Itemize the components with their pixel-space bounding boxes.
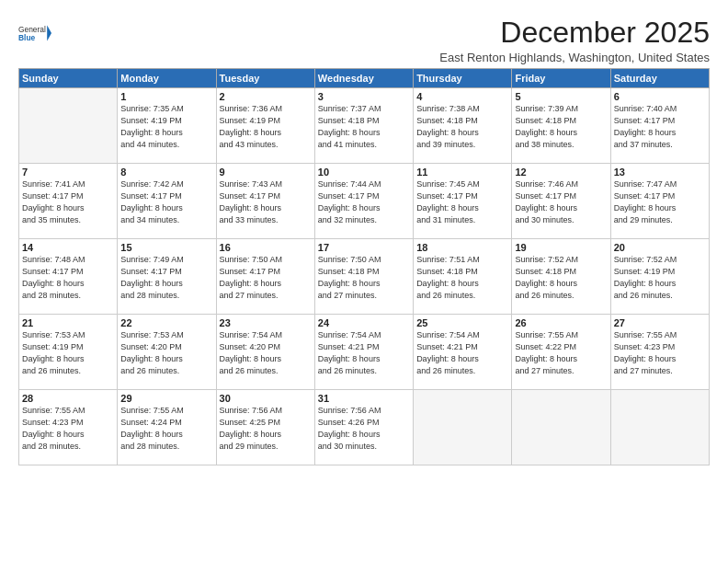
calendar-cell: 7Sunrise: 7:41 AM Sunset: 4:17 PM Daylig…: [19, 164, 118, 239]
day-number: 2: [220, 91, 312, 102]
day-info: Sunrise: 7:44 AM Sunset: 4:17 PM Dayligh…: [318, 178, 410, 226]
day-info: Sunrise: 7:55 AM Sunset: 4:24 PM Dayligh…: [120, 405, 212, 453]
week-row-3: 21Sunrise: 7:53 AM Sunset: 4:19 PM Dayli…: [19, 315, 710, 390]
day-number: 20: [614, 242, 706, 253]
calendar-cell: [610, 390, 709, 465]
calendar-cell: [19, 88, 118, 164]
col-header-friday: Friday: [512, 69, 610, 88]
day-number: 3: [318, 91, 410, 102]
day-info: Sunrise: 7:54 AM Sunset: 4:20 PM Dayligh…: [220, 329, 312, 377]
calendar-cell: 20Sunrise: 7:52 AM Sunset: 4:19 PM Dayli…: [610, 239, 709, 315]
calendar-cell: 28Sunrise: 7:55 AM Sunset: 4:23 PM Dayli…: [19, 390, 118, 465]
day-info: Sunrise: 7:45 AM Sunset: 4:17 PM Dayligh…: [416, 178, 508, 226]
calendar-cell: 27Sunrise: 7:55 AM Sunset: 4:23 PM Dayli…: [610, 315, 709, 390]
day-number: 16: [220, 242, 312, 253]
day-number: 24: [318, 317, 410, 328]
day-info: Sunrise: 7:54 AM Sunset: 4:21 PM Dayligh…: [318, 329, 410, 377]
day-number: 8: [120, 167, 212, 178]
col-header-tuesday: Tuesday: [216, 69, 314, 88]
calendar-cell: 29Sunrise: 7:55 AM Sunset: 4:24 PM Dayli…: [118, 390, 216, 465]
day-number: 27: [614, 317, 706, 328]
calendar-cell: 10Sunrise: 7:44 AM Sunset: 4:17 PM Dayli…: [314, 164, 413, 239]
day-number: 15: [120, 242, 212, 253]
calendar-cell: 3Sunrise: 7:37 AM Sunset: 4:18 PM Daylig…: [314, 88, 413, 164]
calendar-cell: 19Sunrise: 7:52 AM Sunset: 4:18 PM Dayli…: [512, 239, 610, 315]
calendar-cell: 23Sunrise: 7:54 AM Sunset: 4:20 PM Dayli…: [216, 315, 314, 390]
day-info: Sunrise: 7:42 AM Sunset: 4:17 PM Dayligh…: [120, 178, 212, 226]
calendar-cell: 18Sunrise: 7:51 AM Sunset: 4:18 PM Dayli…: [414, 239, 512, 315]
svg-text:Blue: Blue: [18, 33, 36, 42]
calendar-cell: 22Sunrise: 7:53 AM Sunset: 4:20 PM Dayli…: [118, 315, 216, 390]
calendar-cell: 21Sunrise: 7:53 AM Sunset: 4:19 PM Dayli…: [19, 315, 118, 390]
day-info: Sunrise: 7:52 AM Sunset: 4:19 PM Dayligh…: [614, 254, 706, 302]
day-info: Sunrise: 7:56 AM Sunset: 4:25 PM Dayligh…: [220, 405, 312, 453]
day-info: Sunrise: 7:55 AM Sunset: 4:23 PM Dayligh…: [22, 405, 114, 453]
month-title: December 2025: [439, 17, 710, 49]
day-number: 5: [515, 91, 607, 102]
day-number: 6: [614, 91, 706, 102]
day-info: Sunrise: 7:53 AM Sunset: 4:19 PM Dayligh…: [22, 329, 114, 377]
calendar-cell: 4Sunrise: 7:38 AM Sunset: 4:18 PM Daylig…: [414, 88, 512, 164]
logo: General Blue: [18, 17, 51, 50]
day-number: 12: [515, 167, 607, 178]
day-number: 22: [120, 317, 212, 328]
day-info: Sunrise: 7:36 AM Sunset: 4:19 PM Dayligh…: [220, 103, 312, 151]
day-number: 21: [22, 317, 114, 328]
col-header-wednesday: Wednesday: [314, 69, 413, 88]
day-number: 9: [220, 167, 312, 178]
calendar-cell: 16Sunrise: 7:50 AM Sunset: 4:17 PM Dayli…: [216, 239, 314, 315]
day-info: Sunrise: 7:50 AM Sunset: 4:17 PM Dayligh…: [220, 254, 312, 302]
col-header-sunday: Sunday: [19, 69, 118, 88]
svg-marker-2: [47, 26, 51, 41]
col-header-thursday: Thursday: [414, 69, 512, 88]
day-number: 25: [416, 317, 508, 328]
day-number: 18: [416, 242, 508, 253]
day-number: 30: [220, 393, 312, 404]
location-title: East Renton Highlands, Washington, Unite…: [439, 51, 710, 64]
day-info: Sunrise: 7:49 AM Sunset: 4:17 PM Dayligh…: [120, 254, 212, 302]
week-row-2: 14Sunrise: 7:48 AM Sunset: 4:17 PM Dayli…: [19, 239, 710, 315]
day-number: 4: [416, 91, 508, 102]
day-info: Sunrise: 7:53 AM Sunset: 4:20 PM Dayligh…: [120, 329, 212, 377]
day-info: Sunrise: 7:48 AM Sunset: 4:17 PM Dayligh…: [22, 254, 114, 302]
col-header-monday: Monday: [118, 69, 216, 88]
day-info: Sunrise: 7:41 AM Sunset: 4:17 PM Dayligh…: [22, 178, 114, 226]
day-number: 7: [22, 167, 114, 178]
day-info: Sunrise: 7:52 AM Sunset: 4:18 PM Dayligh…: [515, 254, 607, 302]
day-info: Sunrise: 7:46 AM Sunset: 4:17 PM Dayligh…: [515, 178, 607, 226]
week-row-4: 28Sunrise: 7:55 AM Sunset: 4:23 PM Dayli…: [19, 390, 710, 465]
week-row-1: 7Sunrise: 7:41 AM Sunset: 4:17 PM Daylig…: [19, 164, 710, 239]
calendar-table: SundayMondayTuesdayWednesdayThursdayFrid…: [18, 68, 710, 465]
day-info: Sunrise: 7:38 AM Sunset: 4:18 PM Dayligh…: [416, 103, 508, 151]
calendar-cell: 31Sunrise: 7:56 AM Sunset: 4:26 PM Dayli…: [314, 390, 413, 465]
day-number: 13: [614, 167, 706, 178]
day-info: Sunrise: 7:55 AM Sunset: 4:23 PM Dayligh…: [614, 329, 706, 377]
day-info: Sunrise: 7:54 AM Sunset: 4:21 PM Dayligh…: [416, 329, 508, 377]
calendar-cell: 13Sunrise: 7:47 AM Sunset: 4:17 PM Dayli…: [610, 164, 709, 239]
day-info: Sunrise: 7:39 AM Sunset: 4:18 PM Dayligh…: [515, 103, 607, 151]
day-info: Sunrise: 7:56 AM Sunset: 4:26 PM Dayligh…: [318, 405, 410, 453]
day-info: Sunrise: 7:55 AM Sunset: 4:22 PM Dayligh…: [515, 329, 607, 377]
calendar-cell: 11Sunrise: 7:45 AM Sunset: 4:17 PM Dayli…: [414, 164, 512, 239]
header-row: SundayMondayTuesdayWednesdayThursdayFrid…: [19, 69, 710, 88]
calendar-cell: 25Sunrise: 7:54 AM Sunset: 4:21 PM Dayli…: [414, 315, 512, 390]
day-info: Sunrise: 7:35 AM Sunset: 4:19 PM Dayligh…: [120, 103, 212, 151]
title-block: December 2025 East Renton Highlands, Was…: [439, 17, 710, 64]
day-number: 26: [515, 317, 607, 328]
calendar-cell: [512, 390, 610, 465]
calendar-cell: 24Sunrise: 7:54 AM Sunset: 4:21 PM Dayli…: [314, 315, 413, 390]
calendar-cell: 2Sunrise: 7:36 AM Sunset: 4:19 PM Daylig…: [216, 88, 314, 164]
week-row-0: 1Sunrise: 7:35 AM Sunset: 4:19 PM Daylig…: [19, 88, 710, 164]
day-number: 23: [220, 317, 312, 328]
calendar-cell: 8Sunrise: 7:42 AM Sunset: 4:17 PM Daylig…: [118, 164, 216, 239]
day-number: 29: [120, 393, 212, 404]
calendar-cell: 14Sunrise: 7:48 AM Sunset: 4:17 PM Dayli…: [19, 239, 118, 315]
day-info: Sunrise: 7:50 AM Sunset: 4:18 PM Dayligh…: [318, 254, 410, 302]
day-number: 19: [515, 242, 607, 253]
day-info: Sunrise: 7:40 AM Sunset: 4:17 PM Dayligh…: [614, 103, 706, 151]
calendar-cell: 26Sunrise: 7:55 AM Sunset: 4:22 PM Dayli…: [512, 315, 610, 390]
day-info: Sunrise: 7:51 AM Sunset: 4:18 PM Dayligh…: [416, 254, 508, 302]
day-info: Sunrise: 7:43 AM Sunset: 4:17 PM Dayligh…: [220, 178, 312, 226]
calendar-cell: 6Sunrise: 7:40 AM Sunset: 4:17 PM Daylig…: [610, 88, 709, 164]
calendar-cell: 30Sunrise: 7:56 AM Sunset: 4:25 PM Dayli…: [216, 390, 314, 465]
